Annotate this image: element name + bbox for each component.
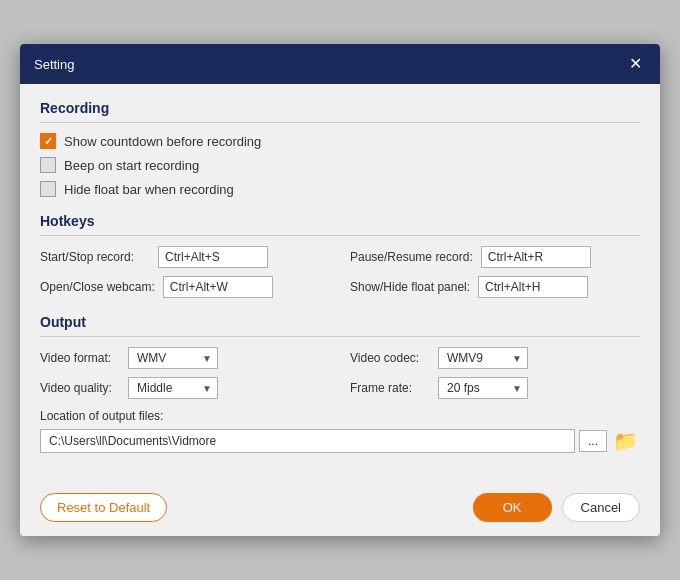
output-grid: Video format: WMV MP4 AVI MOV ▼ Video co… bbox=[40, 347, 640, 399]
hotkey-label-3: Show/Hide float panel: bbox=[350, 280, 470, 294]
cancel-button[interactable]: Cancel bbox=[562, 493, 640, 522]
hotkey-row-0: Start/Stop record: bbox=[40, 246, 330, 268]
hotkey-row-2: Open/Close webcam: bbox=[40, 276, 330, 298]
more-button[interactable]: ... bbox=[579, 430, 607, 452]
hotkeys-section-title: Hotkeys bbox=[40, 213, 640, 236]
hotkey-label-2: Open/Close webcam: bbox=[40, 280, 155, 294]
checkbox-label-0: Show countdown before recording bbox=[64, 134, 261, 149]
reset-default-button[interactable]: Reset to Default bbox=[40, 493, 167, 522]
video-format-wrapper: WMV MP4 AVI MOV ▼ bbox=[128, 347, 218, 369]
title-bar: Setting ✕ bbox=[20, 44, 660, 84]
video-quality-select[interactable]: Low Middle High Lossless bbox=[128, 377, 218, 399]
output-row-framerate: Frame rate: 15 fps 20 fps 30 fps 60 fps … bbox=[350, 377, 640, 399]
video-quality-label: Video quality: bbox=[40, 381, 120, 395]
file-path-row: ... 📁 bbox=[40, 429, 640, 453]
close-button[interactable]: ✕ bbox=[625, 54, 646, 74]
output-row-quality: Video quality: Low Middle High Lossless … bbox=[40, 377, 330, 399]
folder-icon: 📁 bbox=[613, 430, 638, 452]
hotkeys-section: Hotkeys Start/Stop record: Pause/Resume … bbox=[40, 213, 640, 298]
hotkey-input-start-stop[interactable] bbox=[158, 246, 268, 268]
hotkey-label-0: Start/Stop record: bbox=[40, 250, 150, 264]
output-section: Output Video format: WMV MP4 AVI MOV ▼ bbox=[40, 314, 640, 453]
video-format-select[interactable]: WMV MP4 AVI MOV bbox=[128, 347, 218, 369]
output-row-format: Video format: WMV MP4 AVI MOV ▼ bbox=[40, 347, 330, 369]
hotkeys-grid: Start/Stop record: Pause/Resume record: … bbox=[40, 246, 640, 298]
recording-section: Recording Show countdown before recordin… bbox=[40, 100, 640, 197]
frame-rate-select[interactable]: 15 fps 20 fps 30 fps 60 fps bbox=[438, 377, 528, 399]
hotkey-input-pause-resume[interactable] bbox=[481, 246, 591, 268]
footer-right-buttons: OK Cancel bbox=[473, 493, 640, 522]
recording-section-title: Recording bbox=[40, 100, 640, 123]
hotkey-input-float-panel[interactable] bbox=[478, 276, 588, 298]
dialog-content: Recording Show countdown before recordin… bbox=[20, 84, 660, 483]
browse-folder-button[interactable]: 📁 bbox=[611, 429, 640, 453]
output-section-title: Output bbox=[40, 314, 640, 337]
hotkey-label-1: Pause/Resume record: bbox=[350, 250, 473, 264]
checkbox-hide-float[interactable] bbox=[40, 181, 56, 197]
frame-rate-label: Frame rate: bbox=[350, 381, 430, 395]
file-location-label: Location of output files: bbox=[40, 409, 640, 423]
video-format-label: Video format: bbox=[40, 351, 120, 365]
output-row-codec: Video codec: WMV9 H264 HEVC ▼ bbox=[350, 347, 640, 369]
frame-rate-wrapper: 15 fps 20 fps 30 fps 60 fps ▼ bbox=[438, 377, 528, 399]
checkbox-row-1: Beep on start recording bbox=[40, 157, 640, 173]
video-quality-wrapper: Low Middle High Lossless ▼ bbox=[128, 377, 218, 399]
checkbox-label-1: Beep on start recording bbox=[64, 158, 199, 173]
checkbox-show-countdown[interactable] bbox=[40, 133, 56, 149]
hotkey-row-3: Show/Hide float panel: bbox=[350, 276, 640, 298]
video-codec-select[interactable]: WMV9 H264 HEVC bbox=[438, 347, 528, 369]
video-codec-label: Video codec: bbox=[350, 351, 430, 365]
hotkey-input-webcam[interactable] bbox=[163, 276, 273, 298]
ok-button[interactable]: OK bbox=[473, 493, 552, 522]
file-path-input[interactable] bbox=[40, 429, 575, 453]
checkbox-label-2: Hide float bar when recording bbox=[64, 182, 234, 197]
video-codec-wrapper: WMV9 H264 HEVC ▼ bbox=[438, 347, 528, 369]
hotkey-row-1: Pause/Resume record: bbox=[350, 246, 640, 268]
checkbox-row-2: Hide float bar when recording bbox=[40, 181, 640, 197]
footer: Reset to Default OK Cancel bbox=[20, 483, 660, 536]
checkbox-row-0: Show countdown before recording bbox=[40, 133, 640, 149]
checkbox-beep[interactable] bbox=[40, 157, 56, 173]
dialog-title: Setting bbox=[34, 57, 74, 72]
settings-dialog: Setting ✕ Recording Show countdown befor… bbox=[20, 44, 660, 536]
